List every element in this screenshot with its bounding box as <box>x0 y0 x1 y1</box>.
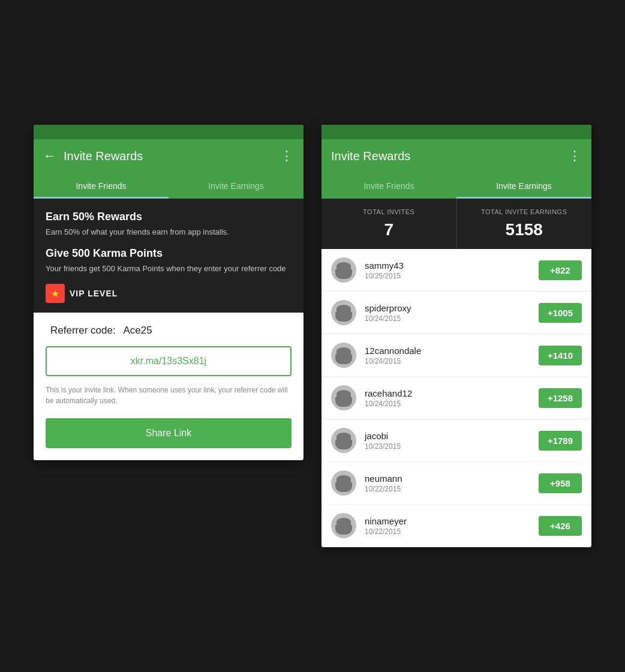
status-bar-1 <box>34 125 304 139</box>
more-menu-button-1[interactable]: ⋮ <box>280 148 294 164</box>
invite-list-item: ninameyer 10/22/2015 +426 <box>321 505 591 547</box>
invite-list-item: racehand12 10/24/2015 +1258 <box>321 377 591 419</box>
invite-earnings-badge: +1789 <box>539 431 582 451</box>
invite-list-item: spiderproxy 10/24/2015 +1005 <box>321 292 591 334</box>
invite-earnings-badge: +426 <box>539 516 582 536</box>
dark-info-section: Earn 50% Rewards Earn 50% of what your f… <box>34 199 304 313</box>
invite-link-hint: This is your invite link. When someone u… <box>46 385 292 406</box>
invite-list-item: sammy43 10/25/2015 +822 <box>321 249 591 292</box>
invite-list-item: neumann 10/22/2015 +958 <box>321 462 591 505</box>
invite-info: spiderproxy 10/24/2015 <box>365 303 530 323</box>
reward1-title: Earn 50% Rewards <box>46 211 292 223</box>
invite-list-item: jacobi 10/23/2015 +1789 <box>321 419 591 462</box>
total-invites-label: TOTAL INVITES <box>333 208 444 215</box>
invite-earnings-badge: +1005 <box>539 303 582 323</box>
total-earnings-label: TOTAL INVITE EARNINGS <box>469 208 580 215</box>
invite-link-box[interactable]: xkr.ma/13s3Sx81j <box>46 346 292 376</box>
invite-info: ninameyer 10/22/2015 <box>365 516 530 536</box>
invite-info: neumann 10/22/2015 <box>365 473 530 493</box>
tab-invite-friends-2[interactable]: Invite Friends <box>321 173 456 199</box>
tab-invite-friends-1[interactable]: Invite Friends <box>34 173 169 199</box>
referrer-code-line: Referrer code: Ace25 <box>46 325 292 337</box>
reward2-desc: Your friends get 500 Karma Points when t… <box>46 263 292 274</box>
invite-date: 10/23/2015 <box>365 442 530 451</box>
invite-avatar <box>331 428 356 453</box>
invite-date: 10/24/2015 <box>365 314 530 323</box>
total-invites-value: 7 <box>333 220 444 239</box>
white-section: Referrer code: Ace25 xkr.ma/13s3Sx81j Th… <box>34 313 304 460</box>
tabs-bar-2: Invite Friends Invite Earnings <box>321 173 591 199</box>
app-bar-1: ← Invite Rewards ⋮ <box>34 139 304 173</box>
invite-date: 10/25/2015 <box>365 272 530 280</box>
invite-info: jacobi 10/23/2015 <box>365 431 530 451</box>
invite-list-item: 12cannondale 10/24/2015 +1410 <box>321 334 591 377</box>
invite-list: sammy43 10/25/2015 +822 spiderproxy 10/2… <box>321 249 591 547</box>
invite-username: spiderproxy <box>365 303 530 313</box>
reward2-title: Give 500 Karma Points <box>46 247 292 260</box>
screen2-invite-earnings: Invite Rewards ⋮ Invite Friends Invite E… <box>321 125 591 547</box>
invite-avatar <box>331 257 356 283</box>
share-link-button[interactable]: Share Link <box>46 418 292 448</box>
total-earnings-box: TOTAL INVITE EARNINGS 5158 <box>457 199 592 249</box>
invite-date: 10/22/2015 <box>365 485 530 493</box>
invite-avatar <box>331 343 356 368</box>
status-bar-2 <box>321 125 591 139</box>
invite-username: ninameyer <box>365 516 530 526</box>
invite-avatar <box>331 513 356 538</box>
invite-earnings-badge: +822 <box>539 260 582 280</box>
referrer-code-value: Ace25 <box>123 325 152 336</box>
invite-username: racehand12 <box>365 388 530 398</box>
invite-info: racehand12 10/24/2015 <box>365 388 530 408</box>
app-title-2: Invite Rewards <box>331 149 410 163</box>
reward1-desc: Earn 50% of what your friends earn from … <box>46 227 292 238</box>
total-earnings-value: 5158 <box>469 220 580 239</box>
invite-date: 10/24/2015 <box>365 357 530 365</box>
vip-icon <box>46 284 65 303</box>
invite-earnings-badge: +1258 <box>539 388 582 408</box>
invite-avatar <box>331 300 356 325</box>
invite-info: 12cannondale 10/24/2015 <box>365 346 530 365</box>
invite-username: jacobi <box>365 431 530 441</box>
more-menu-button-2[interactable]: ⋮ <box>568 148 582 164</box>
invite-username: 12cannondale <box>365 346 530 356</box>
tab-invite-earnings-1[interactable]: Invite Earnings <box>169 173 304 199</box>
tabs-bar-1: Invite Friends Invite Earnings <box>34 173 304 199</box>
invite-earnings-badge: +958 <box>539 473 582 493</box>
invite-avatar <box>331 470 356 496</box>
invite-info: sammy43 10/25/2015 <box>365 260 530 280</box>
tab-invite-earnings-2[interactable]: Invite Earnings <box>456 173 591 199</box>
invite-avatar <box>331 385 356 410</box>
vip-badge: VIP LEVEL <box>46 284 292 303</box>
invite-date: 10/24/2015 <box>365 400 530 408</box>
invite-username: neumann <box>365 473 530 484</box>
invite-username: sammy43 <box>365 260 530 271</box>
back-button[interactable]: ← <box>43 148 56 164</box>
app-bar-left-1: ← Invite Rewards <box>43 148 143 164</box>
screen1-invite-friends: ← Invite Rewards ⋮ Invite Friends Invite… <box>34 125 304 460</box>
referrer-code-label: Referrer code: <box>50 325 116 336</box>
vip-label: VIP LEVEL <box>70 289 118 298</box>
stats-bar: TOTAL INVITES 7 TOTAL INVITE EARNINGS 51… <box>321 199 591 249</box>
app-bar-2: Invite Rewards ⋮ <box>321 139 591 173</box>
invite-date: 10/22/2015 <box>365 527 530 536</box>
invite-earnings-badge: +1410 <box>539 346 582 365</box>
app-title-1: Invite Rewards <box>64 149 143 163</box>
total-invites-box: TOTAL INVITES 7 <box>321 199 457 249</box>
